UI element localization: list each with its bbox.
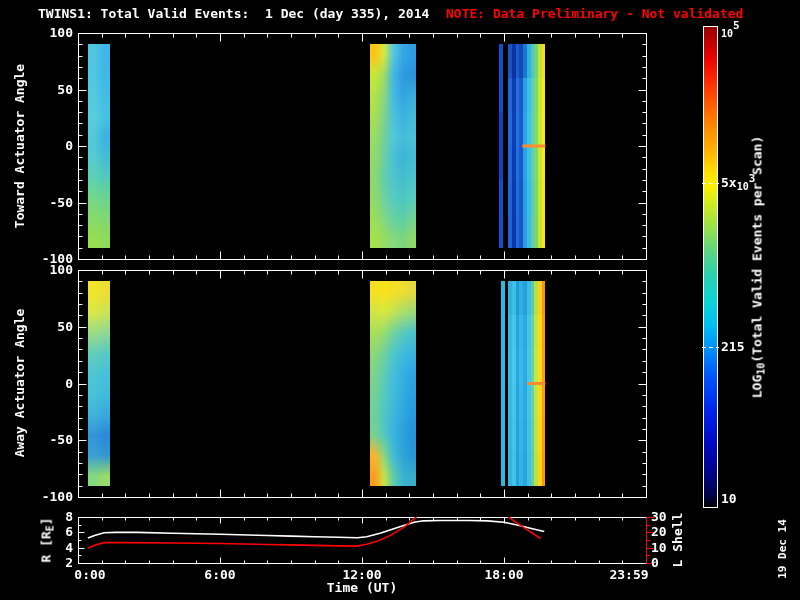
colorbar-tick-label: 10 [721, 491, 737, 507]
colorbar-tick-label: 5x103 [721, 175, 755, 192]
y-tick-label: 0 [0, 376, 73, 392]
y-tick-label: 50 [0, 82, 73, 98]
time-tick-label: 12:00 [327, 567, 397, 583]
date-stamp: 19 Dec 14 [776, 519, 789, 579]
y-tick-label: -50 [0, 432, 73, 448]
y-tick-label: 50 [0, 319, 73, 335]
y-tick-label: -100 [0, 489, 73, 505]
time-tick-label: 6:00 [185, 567, 255, 583]
colorbar-tick-label: 215 [721, 339, 744, 355]
y-tick-label: 100 [0, 262, 73, 278]
y-tick-label: 100 [0, 25, 73, 41]
colorbar-tick-label: 105 [721, 22, 740, 39]
r-tick-label: 8 [0, 509, 73, 525]
time-tick-label: 0:00 [55, 567, 125, 583]
l-tick-label: 20 [651, 524, 667, 540]
r-tick-label: 4 [0, 540, 73, 556]
plot-title: TWINS1: Total Valid Events: 1 Dec (day 3… [38, 6, 429, 22]
spectrogram-canvas [0, 0, 800, 600]
l-tick-label: 30 [651, 509, 667, 525]
l-tick-label: 10 [651, 540, 667, 556]
twins-spectrogram-window: TWINS1: Total Valid Events: 1 Dec (day 3… [0, 0, 800, 600]
lshell-axis-title: L Shell [670, 513, 685, 568]
time-tick-label: 18:00 [469, 567, 539, 583]
time-tick-label: 23:59 [594, 567, 664, 583]
y-tick-label: -50 [0, 195, 73, 211]
y-tick-label: 0 [0, 138, 73, 154]
preliminary-note: NOTE: Data Preliminary - Not validated [446, 6, 743, 22]
r-tick-label: 6 [0, 524, 73, 540]
